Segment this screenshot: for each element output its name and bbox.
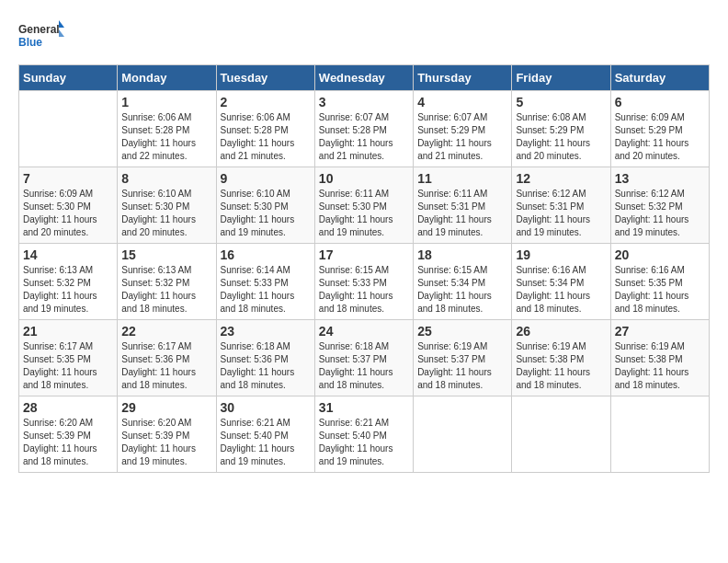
day-number: 3: [319, 95, 409, 109]
day-info: Sunrise: 6:19 AMSunset: 5:37 PMDaylight:…: [417, 340, 507, 392]
day-info: Sunrise: 6:06 AMSunset: 5:28 PMDaylight:…: [221, 111, 311, 163]
calendar-cell: 12Sunrise: 6:12 AMSunset: 5:31 PMDayligh…: [512, 167, 610, 244]
day-number: 1: [121, 95, 211, 109]
day-number: 17: [319, 247, 409, 262]
day-number: 21: [23, 324, 113, 339]
day-number: 18: [417, 247, 507, 262]
calendar-cell: 5Sunrise: 6:08 AMSunset: 5:29 PMDaylight…: [512, 91, 610, 167]
day-number: 4: [417, 95, 507, 109]
calendar-cell: 7Sunrise: 6:09 AMSunset: 5:30 PMDaylight…: [19, 167, 118, 244]
weekday-header-tuesday: Tuesday: [216, 65, 314, 91]
day-info: Sunrise: 6:19 AMSunset: 5:38 PMDaylight:…: [615, 340, 705, 392]
logo: General Blue: [18, 18, 64, 55]
logo-svg: General Blue: [18, 18, 64, 55]
day-number: 25: [417, 324, 507, 339]
day-number: 12: [516, 171, 606, 186]
day-info: Sunrise: 6:21 AMSunset: 5:40 PMDaylight:…: [319, 417, 409, 468]
weekday-header-row: SundayMondayTuesdayWednesdayThursdayFrid…: [19, 65, 710, 91]
week-row-5: 28Sunrise: 6:20 AMSunset: 5:39 PMDayligh…: [19, 396, 710, 473]
calendar-cell: 29Sunrise: 6:20 AMSunset: 5:39 PMDayligh…: [118, 396, 216, 473]
weekday-header-sunday: Sunday: [19, 65, 118, 91]
calendar-cell: 23Sunrise: 6:18 AMSunset: 5:36 PMDayligh…: [216, 320, 314, 396]
calendar-cell: 26Sunrise: 6:19 AMSunset: 5:38 PMDayligh…: [512, 320, 610, 396]
day-info: Sunrise: 6:09 AMSunset: 5:29 PMDaylight:…: [615, 111, 705, 163]
week-row-3: 14Sunrise: 6:13 AMSunset: 5:32 PMDayligh…: [19, 244, 710, 320]
calendar-cell: 24Sunrise: 6:18 AMSunset: 5:37 PMDayligh…: [314, 320, 413, 396]
calendar-cell: 14Sunrise: 6:13 AMSunset: 5:32 PMDayligh…: [19, 244, 118, 320]
calendar-cell: 11Sunrise: 6:11 AMSunset: 5:31 PMDayligh…: [414, 167, 512, 244]
svg-marker-2: [59, 20, 64, 28]
svg-text:Blue: Blue: [18, 36, 42, 49]
calendar-cell: 3Sunrise: 6:07 AMSunset: 5:28 PMDaylight…: [314, 91, 413, 167]
calendar-table: SundayMondayTuesdayWednesdayThursdayFrid…: [18, 64, 710, 473]
calendar-cell: [610, 396, 709, 473]
day-info: Sunrise: 6:10 AMSunset: 5:30 PMDaylight:…: [221, 188, 311, 239]
calendar-cell: 1Sunrise: 6:06 AMSunset: 5:28 PMDaylight…: [118, 91, 216, 167]
calendar-cell: 18Sunrise: 6:15 AMSunset: 5:34 PMDayligh…: [414, 244, 512, 320]
day-number: 5: [516, 95, 606, 109]
day-info: Sunrise: 6:11 AMSunset: 5:30 PMDaylight:…: [319, 188, 409, 239]
calendar-cell: 31Sunrise: 6:21 AMSunset: 5:40 PMDayligh…: [314, 396, 413, 473]
calendar-cell: [512, 396, 610, 473]
week-row-2: 7Sunrise: 6:09 AMSunset: 5:30 PMDaylight…: [19, 167, 710, 244]
svg-text:General: General: [18, 23, 60, 36]
day-info: Sunrise: 6:17 AMSunset: 5:36 PMDaylight:…: [121, 340, 211, 392]
calendar-cell: 20Sunrise: 6:16 AMSunset: 5:35 PMDayligh…: [610, 244, 709, 320]
day-info: Sunrise: 6:08 AMSunset: 5:29 PMDaylight:…: [516, 111, 606, 163]
day-info: Sunrise: 6:20 AMSunset: 5:39 PMDaylight:…: [121, 417, 211, 468]
day-info: Sunrise: 6:20 AMSunset: 5:39 PMDaylight:…: [23, 417, 113, 468]
day-number: 24: [319, 324, 409, 339]
day-number: 26: [516, 324, 606, 339]
day-info: Sunrise: 6:09 AMSunset: 5:30 PMDaylight:…: [23, 188, 113, 239]
day-number: 29: [121, 400, 211, 415]
calendar-cell: 21Sunrise: 6:17 AMSunset: 5:35 PMDayligh…: [19, 320, 118, 396]
day-info: Sunrise: 6:13 AMSunset: 5:32 PMDaylight:…: [23, 264, 113, 316]
calendar-cell: 6Sunrise: 6:09 AMSunset: 5:29 PMDaylight…: [610, 91, 709, 167]
day-info: Sunrise: 6:15 AMSunset: 5:33 PMDaylight:…: [319, 264, 409, 316]
day-number: 6: [615, 95, 705, 109]
day-number: 15: [121, 247, 211, 262]
calendar-cell: 15Sunrise: 6:13 AMSunset: 5:32 PMDayligh…: [118, 244, 216, 320]
calendar-cell: 17Sunrise: 6:15 AMSunset: 5:33 PMDayligh…: [314, 244, 413, 320]
calendar-cell: 30Sunrise: 6:21 AMSunset: 5:40 PMDayligh…: [216, 396, 314, 473]
day-number: 27: [615, 324, 705, 339]
day-info: Sunrise: 6:14 AMSunset: 5:33 PMDaylight:…: [221, 264, 311, 316]
day-number: 7: [23, 171, 113, 186]
day-number: 23: [221, 324, 311, 339]
day-number: 2: [221, 95, 311, 109]
day-info: Sunrise: 6:16 AMSunset: 5:35 PMDaylight:…: [615, 264, 705, 316]
day-number: 22: [121, 324, 211, 339]
calendar-cell: [414, 396, 512, 473]
calendar-cell: 2Sunrise: 6:06 AMSunset: 5:28 PMDaylight…: [216, 91, 314, 167]
week-row-4: 21Sunrise: 6:17 AMSunset: 5:35 PMDayligh…: [19, 320, 710, 396]
day-info: Sunrise: 6:10 AMSunset: 5:30 PMDaylight:…: [121, 188, 211, 239]
day-info: Sunrise: 6:18 AMSunset: 5:37 PMDaylight:…: [319, 340, 409, 392]
day-number: 13: [615, 171, 705, 186]
day-number: 8: [121, 171, 211, 186]
header: General Blue: [18, 18, 710, 55]
day-number: 28: [23, 400, 113, 415]
weekday-header-thursday: Thursday: [414, 65, 512, 91]
weekday-header-saturday: Saturday: [610, 65, 709, 91]
calendar-cell: 13Sunrise: 6:12 AMSunset: 5:32 PMDayligh…: [610, 167, 709, 244]
day-number: 9: [221, 171, 311, 186]
day-number: 16: [221, 247, 311, 262]
day-number: 10: [319, 171, 409, 186]
day-info: Sunrise: 6:11 AMSunset: 5:31 PMDaylight:…: [417, 188, 507, 239]
day-info: Sunrise: 6:15 AMSunset: 5:34 PMDaylight:…: [417, 264, 507, 316]
week-row-1: 1Sunrise: 6:06 AMSunset: 5:28 PMDaylight…: [19, 91, 710, 167]
day-info: Sunrise: 6:12 AMSunset: 5:31 PMDaylight:…: [516, 188, 606, 239]
calendar-cell: 28Sunrise: 6:20 AMSunset: 5:39 PMDayligh…: [19, 396, 118, 473]
day-info: Sunrise: 6:17 AMSunset: 5:35 PMDaylight:…: [23, 340, 113, 392]
day-info: Sunrise: 6:19 AMSunset: 5:38 PMDaylight:…: [516, 340, 606, 392]
calendar-cell: 10Sunrise: 6:11 AMSunset: 5:30 PMDayligh…: [314, 167, 413, 244]
day-info: Sunrise: 6:06 AMSunset: 5:28 PMDaylight:…: [121, 111, 211, 163]
svg-marker-3: [59, 29, 64, 37]
calendar-cell: 4Sunrise: 6:07 AMSunset: 5:29 PMDaylight…: [414, 91, 512, 167]
calendar-cell: 8Sunrise: 6:10 AMSunset: 5:30 PMDaylight…: [118, 167, 216, 244]
calendar-cell: 25Sunrise: 6:19 AMSunset: 5:37 PMDayligh…: [414, 320, 512, 396]
day-info: Sunrise: 6:16 AMSunset: 5:34 PMDaylight:…: [516, 264, 606, 316]
calendar-cell: 27Sunrise: 6:19 AMSunset: 5:38 PMDayligh…: [610, 320, 709, 396]
calendar-cell: 22Sunrise: 6:17 AMSunset: 5:36 PMDayligh…: [118, 320, 216, 396]
day-number: 19: [516, 247, 606, 262]
